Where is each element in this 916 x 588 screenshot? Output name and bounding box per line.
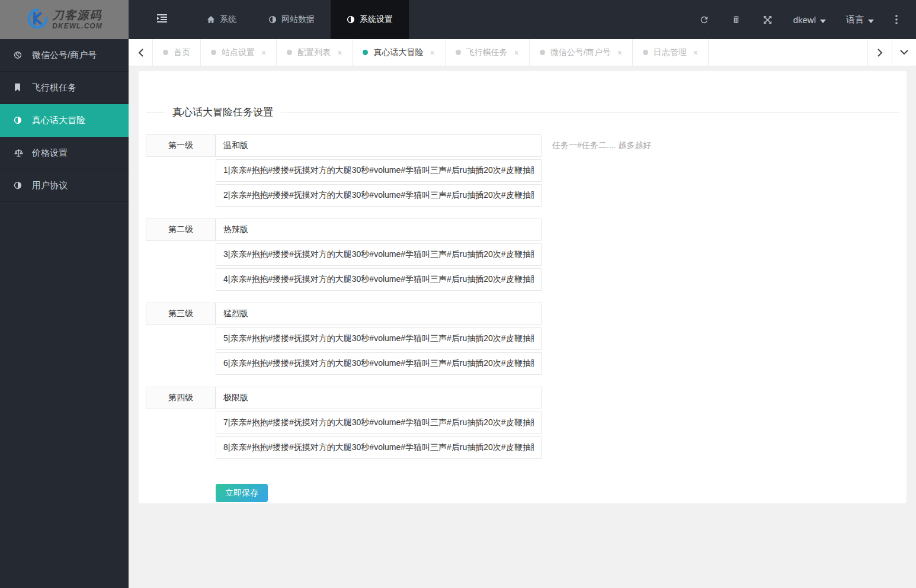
tab-status-dot (540, 50, 545, 55)
tab-log-management[interactable]: 日志管理 × (633, 39, 709, 66)
tasks-form: 第一级 任务一#任务二.... 越多越好 第二级 第三级 第四级 (146, 134, 899, 459)
tab-status-dot (163, 50, 168, 55)
tab-home[interactable]: 首页 (153, 39, 201, 66)
page-title: 真心话大冒险任务设置 (165, 105, 281, 119)
bookmark-icon (14, 83, 27, 92)
top-nav-item-system-settings[interactable]: 系统设置 (331, 0, 409, 39)
sidebar-item-user-agreement[interactable]: 用户协议 (0, 169, 129, 202)
top-nav-item-system[interactable]: 系统 (191, 0, 252, 39)
language-menu[interactable]: 语言 (836, 14, 884, 25)
sidebar-toggle-button[interactable] (142, 0, 182, 39)
sidebar-item-label: 微信公号/商户号 (32, 50, 97, 61)
user-menu[interactable]: dkewl (783, 15, 836, 25)
sidebar-item-truth-or-dare[interactable]: 真心话大冒险 (0, 104, 129, 137)
top-nav: 系统 网站数据 系统设置 (191, 0, 409, 39)
tab-label: 配置列表 (297, 47, 331, 58)
tab-label: 真心话大冒险 (373, 47, 423, 58)
tab-list: 首页 站点设置 × 配置列表 × 真心话大冒险 × 飞行棋任务 × 微信公号/商… (153, 39, 867, 66)
tab-close-icon[interactable]: × (693, 49, 698, 57)
task-input-2[interactable] (216, 352, 542, 375)
tab-status-dot (456, 50, 461, 55)
level-label: 第二级 (146, 219, 216, 241)
app-header: 刀客源码 DKEWL.COM 系统 网站数据 系统设置 (0, 0, 916, 39)
user-name: dkewl (793, 15, 816, 25)
header-actions: dkewl 语言 (688, 0, 916, 39)
tab-flight-chess-tasks[interactable]: 飞行棋任务 × (446, 39, 530, 66)
tab-config-list[interactable]: 配置列表 × (277, 39, 353, 66)
tab-truth-or-dare[interactable]: 真心话大冒险 × (353, 39, 445, 66)
tab-label: 日志管理 (654, 47, 687, 58)
fullscreen-icon[interactable] (752, 15, 783, 24)
version-name-input[interactable] (216, 134, 542, 157)
kebab-menu-icon[interactable] (884, 15, 909, 24)
tabs-dropdown-button[interactable] (892, 39, 916, 66)
sidebar-item-flight-chess-tasks[interactable]: 飞行棋任务 (0, 72, 129, 104)
tab-close-icon[interactable]: × (617, 49, 622, 57)
main-content: 真心话大冒险任务设置 第一级 任务一#任务二.... 越多越好 第二级 第三级 … (129, 66, 916, 588)
top-nav-item-site-data[interactable]: 网站数据 (252, 0, 331, 39)
tab-label: 站点设置 (222, 47, 255, 58)
sidebar-item-label: 用户协议 (32, 180, 68, 191)
level-label: 第四级 (146, 387, 216, 409)
panel-title-row: 真心话大冒险任务设置 (146, 105, 899, 119)
sidebar-item-label: 飞行棋任务 (32, 82, 76, 94)
level-group-3: 第三级 (146, 303, 899, 375)
task-input-1[interactable] (216, 159, 542, 182)
level-group-4: 第四级 (146, 387, 899, 459)
sidebar-item-wechat-accounts[interactable]: 微信公号/商户号 (0, 39, 129, 72)
level-label: 第三级 (146, 303, 216, 325)
refresh-icon[interactable] (688, 15, 720, 25)
trash-icon[interactable] (720, 15, 752, 24)
tab-bar: 首页 站点设置 × 配置列表 × 真心话大冒险 × 飞行棋任务 × 微信公号/商… (129, 39, 916, 66)
tab-label: 微信公号/商户号 (550, 47, 611, 58)
sidebar-item-label: 价格设置 (32, 147, 68, 159)
tab-wechat-accounts[interactable]: 微信公号/商户号 × (530, 39, 633, 66)
task-input-1[interactable] (216, 327, 542, 350)
level-group-2: 第二级 (146, 219, 899, 291)
tabs-scroll-left-button[interactable] (129, 39, 153, 66)
tab-close-icon[interactable]: × (261, 49, 266, 57)
home-icon (207, 15, 215, 24)
hamburger-icon (157, 14, 167, 25)
logo[interactable]: 刀客源码 DKEWL.COM (0, 0, 129, 39)
tasks-hint: 任务一#任务二.... 越多越好 (552, 140, 651, 151)
tab-label: 首页 (174, 47, 190, 58)
circle-badge-icon (14, 51, 27, 59)
title-divider-line (281, 112, 899, 113)
tab-status-dot (287, 50, 292, 55)
half-circle-icon (14, 116, 27, 124)
task-input-2[interactable] (216, 268, 542, 291)
level-label: 第一级 (146, 134, 216, 157)
caret-down-icon (868, 15, 874, 25)
tab-close-icon[interactable]: × (430, 49, 434, 57)
top-nav-label: 系统设置 (360, 14, 393, 25)
tab-site-settings[interactable]: 站点设置 × (201, 39, 277, 66)
language-label: 语言 (846, 14, 864, 25)
task-input-1[interactable] (216, 243, 542, 266)
task-input-2[interactable] (216, 436, 542, 459)
level-group-1: 第一级 任务一#任务二.... 越多越好 (146, 134, 899, 207)
task-input-1[interactable] (216, 412, 542, 434)
tabs-scroll-right-button[interactable] (867, 39, 892, 66)
half-circle-icon (268, 15, 277, 24)
logo-title: 刀客源码 (52, 9, 102, 21)
tab-close-icon[interactable]: × (514, 49, 519, 57)
version-name-input[interactable] (216, 303, 542, 325)
title-divider (146, 112, 165, 113)
tab-status-dot (643, 50, 648, 55)
half-circle-icon (347, 15, 355, 24)
scale-icon (14, 149, 27, 158)
caret-down-icon (820, 15, 826, 25)
task-input-2[interactable] (216, 184, 542, 207)
version-name-input[interactable] (216, 219, 542, 241)
tab-close-icon[interactable]: × (337, 49, 342, 57)
sidebar-item-label: 真心话大冒险 (32, 115, 85, 126)
sidebar: 微信公号/商户号 飞行棋任务 真心话大冒险 价格设置 用户协议 (0, 39, 129, 588)
top-nav-label: 系统 (220, 14, 236, 25)
settings-panel: 真心话大冒险任务设置 第一级 任务一#任务二.... 越多越好 第二级 第三级 … (139, 71, 907, 503)
tab-status-dot (211, 50, 216, 55)
logo-icon (26, 7, 49, 32)
save-button[interactable]: 立即保存 (216, 484, 268, 502)
version-name-input[interactable] (216, 387, 542, 409)
sidebar-item-price-settings[interactable]: 价格设置 (0, 137, 129, 169)
